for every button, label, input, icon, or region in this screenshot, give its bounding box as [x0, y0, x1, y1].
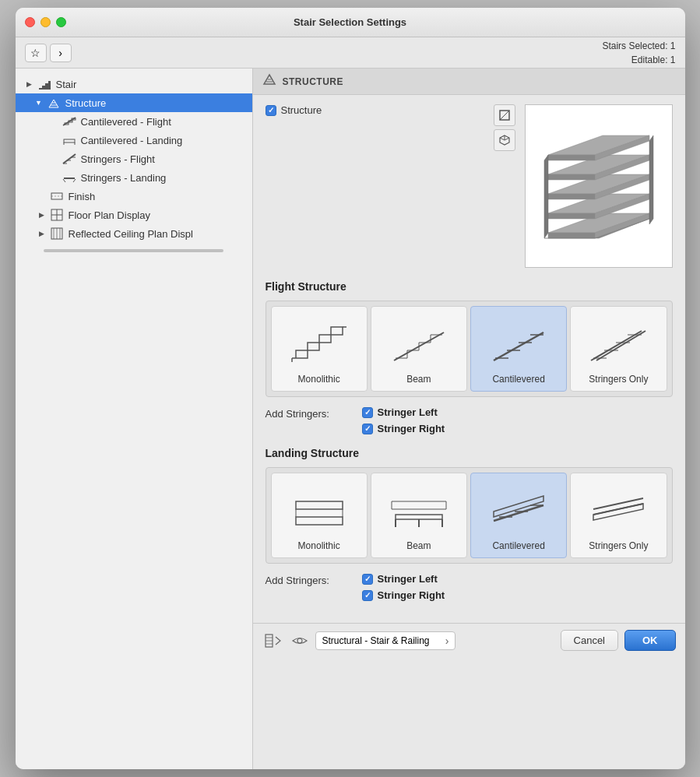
3d-view-button[interactable] — [494, 129, 515, 151]
svg-rect-17 — [64, 178, 75, 179]
arrow-icon: ▼ — [34, 98, 44, 107]
svg-marker-76 — [296, 517, 343, 525]
flight-stringer-left-row[interactable]: Stringer Left — [362, 406, 445, 418]
eye-icon — [290, 631, 309, 650]
close-button[interactable] — [25, 17, 35, 27]
sidebar-item-reflected-ceiling[interactable]: ▶ Reflected Ceiling Plan Displ — [16, 224, 252, 243]
sidebar-item-structure[interactable]: ▼ Structure — [16, 93, 252, 112]
bottom-bar-left: Structural - Stair & Railing — [262, 631, 456, 650]
view-select-wrapper[interactable]: Structural - Stair & Railing — [315, 631, 456, 650]
cantilevered-flight-icon — [62, 114, 76, 128]
reflected-ceiling-icon — [50, 227, 64, 241]
landing-option-monolithic[interactable]: Monolithic — [271, 473, 368, 558]
flight-stringers-checks: Stringer Left Stringer Right — [362, 406, 445, 434]
sidebar: ▶ Stair ▼ — [16, 69, 253, 769]
landing-stringer-right-label: Stringer Right — [378, 589, 445, 601]
structure-label: Structure — [281, 104, 322, 116]
flight-option-monolithic[interactable]: Monolithic — [271, 306, 368, 392]
floor-plan-icon — [50, 208, 64, 222]
section-header-icon — [262, 73, 276, 90]
flight-stringer-right-row[interactable]: Stringer Right — [362, 423, 445, 434]
landing-option-cantilevered[interactable]: Cantilevered — [470, 473, 567, 558]
flight-structure-options: Monolithic — [266, 301, 673, 397]
flight-beam-label: Beam — [406, 374, 431, 385]
svg-rect-3 — [48, 81, 51, 90]
landing-option-beam[interactable]: Beam — [371, 473, 467, 558]
svg-line-91 — [593, 498, 643, 509]
flight-option-stringers-only[interactable]: Stringers Only — [570, 306, 667, 392]
sidebar-label-floor-plan: Floor Plan Display — [69, 209, 151, 221]
chevron-right-icon: › — [58, 47, 62, 59]
flight-add-stringers-label: Add Stringers: — [266, 406, 343, 420]
sidebar-item-cantilevered-landing[interactable]: Cantilevered - Landing — [16, 131, 252, 149]
section-header: STRUCTURE — [253, 69, 685, 95]
titlebar: Stair Selection Settings — [16, 8, 685, 37]
flight-stringers-row: Add Stringers: Stringer Left Stringer Ri… — [266, 406, 673, 434]
svg-line-70 — [591, 331, 642, 360]
2d-view-button[interactable] — [494, 104, 515, 126]
preview-icons — [494, 104, 515, 151]
sidebar-label-stringers-landing: Stringers - Landing — [81, 172, 167, 184]
svg-rect-0 — [39, 88, 42, 90]
svg-line-65 — [494, 332, 543, 360]
monolithic-landing-icon — [288, 480, 350, 534]
landing-option-stringers-only[interactable]: Stringers Only — [570, 473, 667, 558]
favorite-button[interactable]: ☆ — [25, 44, 47, 62]
flight-stringer-right-checkbox[interactable] — [362, 424, 373, 434]
minimize-button[interactable] — [40, 17, 51, 27]
svg-marker-52 — [649, 135, 653, 224]
svg-marker-43 — [548, 194, 595, 199]
landing-stringer-left-checkbox[interactable] — [362, 574, 373, 585]
svg-line-35 — [505, 138, 509, 140]
landing-stringer-left-row[interactable]: Stringer Left — [362, 573, 445, 585]
sidebar-item-floor-plan[interactable]: ▶ Floor Plan Display — [16, 206, 252, 224]
landing-add-stringers-label: Add Stringers: — [266, 573, 343, 586]
sidebar-item-stringers-flight[interactable]: Stringers - Flight — [16, 149, 252, 168]
svg-marker-37 — [548, 233, 595, 238]
beam-landing-icon — [388, 480, 450, 534]
stringers-landing-icon — [62, 171, 76, 185]
sidebar-item-finish[interactable]: Finish — [16, 187, 252, 206]
flight-option-cantilevered[interactable]: Cantilevered — [470, 306, 567, 392]
section-body: Structure — [253, 95, 685, 623]
svg-line-85 — [494, 505, 543, 521]
no-arrow — [50, 117, 59, 126]
sidebar-item-cantilevered-flight[interactable]: Cantilevered - Flight — [16, 112, 252, 131]
landing-stringer-right-checkbox[interactable] — [362, 590, 373, 601]
svg-marker-40 — [548, 213, 595, 219]
svg-rect-1 — [42, 86, 45, 90]
sidebar-label-structure: Structure — [65, 97, 107, 109]
structure-checkbox[interactable] — [266, 105, 276, 116]
sidebar-item-stringers-landing[interactable]: Stringers - Landing — [16, 168, 252, 187]
stringers-only-landing-icon — [587, 480, 649, 534]
svg-rect-10 — [64, 139, 75, 142]
maximize-button[interactable] — [56, 17, 66, 27]
svg-marker-90 — [593, 504, 643, 520]
flight-stringer-left-checkbox[interactable] — [362, 407, 373, 418]
landing-structure-options: Monolithic — [266, 467, 673, 564]
arrow-collapsed-icon: ▶ — [37, 229, 47, 238]
svg-marker-77 — [296, 501, 343, 509]
svg-line-32 — [500, 111, 509, 120]
breadcrumb-button[interactable]: › — [50, 44, 72, 62]
structure-top: Structure — [266, 104, 673, 268]
cantilevered-landing-icon — [62, 133, 76, 147]
landing-beam-label: Beam — [406, 540, 431, 551]
svg-rect-2 — [45, 83, 48, 90]
stair-icon — [37, 77, 51, 91]
view-select[interactable]: Structural - Stair & Railing — [315, 631, 456, 650]
traffic-lights — [25, 17, 66, 27]
ok-button[interactable]: OK — [624, 630, 676, 651]
view-icon-button[interactable] — [262, 631, 284, 650]
svg-line-18 — [63, 179, 65, 182]
structure-icon — [47, 96, 61, 110]
structure-checkbox-row[interactable]: Structure — [266, 104, 494, 116]
sidebar-item-stair[interactable]: ▶ Stair — [16, 75, 252, 93]
landing-stringer-right-row[interactable]: Stringer Right — [362, 589, 445, 601]
svg-line-64 — [394, 332, 444, 360]
flight-option-beam[interactable]: Beam — [371, 306, 467, 392]
cancel-button[interactable]: Cancel — [561, 630, 618, 651]
section-header-label: STRUCTURE — [283, 76, 344, 87]
landing-structure-label: Landing Structure — [266, 447, 673, 459]
star-icon: ☆ — [30, 47, 40, 59]
